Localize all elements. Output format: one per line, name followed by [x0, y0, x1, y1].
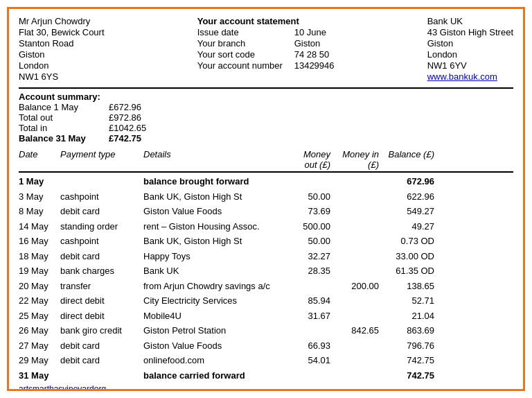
tx-money-in	[330, 190, 379, 204]
tx-date: 31 May	[19, 369, 60, 383]
tx-money-out	[282, 175, 330, 189]
tx-money-in	[330, 354, 379, 367]
tx-balance: 742.75	[379, 369, 434, 383]
tx-details: Giston Value Foods	[143, 339, 282, 353]
tx-date: 22 May	[19, 294, 60, 308]
tx-balance: 742.75	[379, 354, 434, 367]
col-details: Details	[143, 149, 282, 170]
customer-address3: Giston	[19, 49, 105, 60]
customer-address4: London	[19, 60, 105, 71]
table-row: 19 May bank charges Bank UK 28.35 61.35 …	[19, 263, 513, 279]
page-container: Mr Arjun Chowdry Flat 30, Bewick Court S…	[7, 7, 525, 391]
tx-details: City Electricity Services	[143, 294, 282, 308]
bank-website[interactable]: www.bankuk.com	[427, 71, 513, 82]
tx-date: 26 May	[19, 324, 60, 338]
tx-payment-type: cashpoint	[60, 234, 143, 248]
tx-details: from Arjun Chowdry savings a/c	[143, 279, 282, 293]
header-section: Mr Arjun Chowdry Flat 30, Bewick Court S…	[19, 16, 513, 82]
tx-details: Bank UK, Giston High St	[143, 190, 282, 204]
tx-money-out: 66.93	[282, 339, 330, 353]
tx-payment-type: debit card	[60, 354, 143, 367]
tx-money-out: 73.69	[282, 205, 330, 218]
table-row: 8 May debit card Giston Value Foods 73.6…	[19, 204, 513, 219]
account-details: Your account statement Issue date 10 Jun…	[197, 16, 335, 82]
balance-31may-label: Balance 31 May	[19, 133, 95, 144]
branch-value: Giston	[294, 38, 321, 49]
tx-details: Bank UK, Giston High St	[143, 234, 282, 248]
table-row: 1 May balance brought forward 672.96	[19, 174, 513, 189]
statement-title: Your account statement	[197, 16, 335, 26]
tx-details: Happy Toys	[143, 250, 282, 263]
table-row: 16 May cashpoint Bank UK, Giston High St…	[19, 234, 513, 249]
tx-details: balance brought forward	[143, 175, 282, 189]
customer-address5: NW1 6YS	[19, 71, 105, 82]
tx-money-in	[330, 339, 379, 353]
tx-payment-type: bank charges	[60, 264, 143, 278]
table-row: 31 May balance carried forward 742.75	[19, 368, 513, 383]
tx-payment-type	[60, 175, 143, 189]
tx-money-out: 85.94	[282, 294, 330, 308]
account-summary: Account summary: Balance 1 May £672.96 T…	[19, 92, 513, 144]
col-balance: Balance (£)	[379, 149, 434, 170]
tx-details: onlinefood.com	[143, 354, 282, 367]
tx-balance: 52.71	[379, 294, 434, 308]
tx-payment-type: cashpoint	[60, 190, 143, 204]
tx-payment-type: direct debit	[60, 294, 143, 308]
summary-title: Account summary:	[19, 92, 100, 102]
bank-name: Bank UK	[427, 16, 513, 26]
tx-payment-type: transfer	[60, 279, 143, 293]
tx-details: Bank UK	[143, 264, 282, 278]
summary-total-out: Total out £972.86	[19, 112, 513, 123]
total-in-value: £1042.65	[109, 123, 146, 133]
total-in-label: Total in	[19, 123, 95, 133]
table-row: 18 May debit card Happy Toys 32.27 33.00…	[19, 249, 513, 264]
table-row: 3 May cashpoint Bank UK, Giston High St …	[19, 189, 513, 205]
customer-name: Mr Arjun Chowdry	[19, 16, 105, 26]
tx-balance: 21.04	[379, 309, 434, 323]
footer-link[interactable]: artsmarthasvineyardorg	[19, 384, 513, 391]
tx-balance: 672.96	[379, 175, 434, 189]
col-money-out: Moneyout (£)	[282, 149, 330, 170]
tx-payment-type: bank giro credit	[60, 324, 143, 338]
tx-details: balance carried forward	[143, 369, 282, 383]
tx-balance: 138.65	[379, 279, 434, 293]
table-row: 22 May direct debit City Electricity Ser…	[19, 293, 513, 309]
tx-date: 19 May	[19, 264, 60, 278]
tx-money-out: 50.00	[282, 190, 330, 204]
header-divider	[19, 87, 513, 89]
tx-date: 20 May	[19, 279, 60, 293]
summary-balance-31may: Balance 31 May £742.75	[19, 133, 513, 144]
tx-money-in	[330, 309, 379, 323]
tx-payment-type: standing order	[60, 220, 143, 234]
tx-date: 27 May	[19, 339, 60, 353]
tx-balance: 622.96	[379, 190, 434, 204]
tx-money-out: 32.27	[282, 250, 330, 263]
bank-address4: NW1 6YV	[427, 60, 513, 71]
col-payment-type: Payment type	[60, 149, 143, 170]
tx-payment-type: debit card	[60, 205, 143, 218]
table-row: 20 May transfer from Arjun Chowdry savin…	[19, 279, 513, 294]
sort-code-label: Your sort code	[197, 49, 287, 60]
tx-payment-type	[60, 369, 143, 383]
bank-address3: London	[427, 49, 513, 60]
total-out-label: Total out	[19, 112, 95, 123]
tx-money-out	[282, 369, 330, 383]
summary-total-in: Total in £1042.65	[19, 123, 513, 133]
tx-details: Giston Value Foods	[143, 205, 282, 218]
tx-balance: 61.35 OD	[379, 264, 434, 278]
tx-money-in	[330, 205, 379, 218]
table-row: 25 May direct debit Mobile4U 31.67 21.04	[19, 309, 513, 324]
tx-money-in	[330, 264, 379, 278]
tx-balance: 0.73 OD	[379, 234, 434, 248]
tx-money-out: 54.01	[282, 354, 330, 367]
customer-address2: Stanton Road	[19, 38, 105, 49]
transactions-table: 1 May balance brought forward 672.96 3 M…	[19, 174, 513, 383]
table-row: 29 May debit card onlinefood.com 54.01 7…	[19, 353, 513, 368]
customer-address1: Flat 30, Bewick Court	[19, 27, 105, 37]
tx-details: Mobile4U	[143, 309, 282, 323]
tx-date: 16 May	[19, 234, 60, 248]
tx-date: 18 May	[19, 250, 60, 263]
tx-date: 29 May	[19, 354, 60, 367]
account-number-value: 13429946	[294, 60, 335, 71]
tx-balance: 549.27	[379, 205, 434, 218]
